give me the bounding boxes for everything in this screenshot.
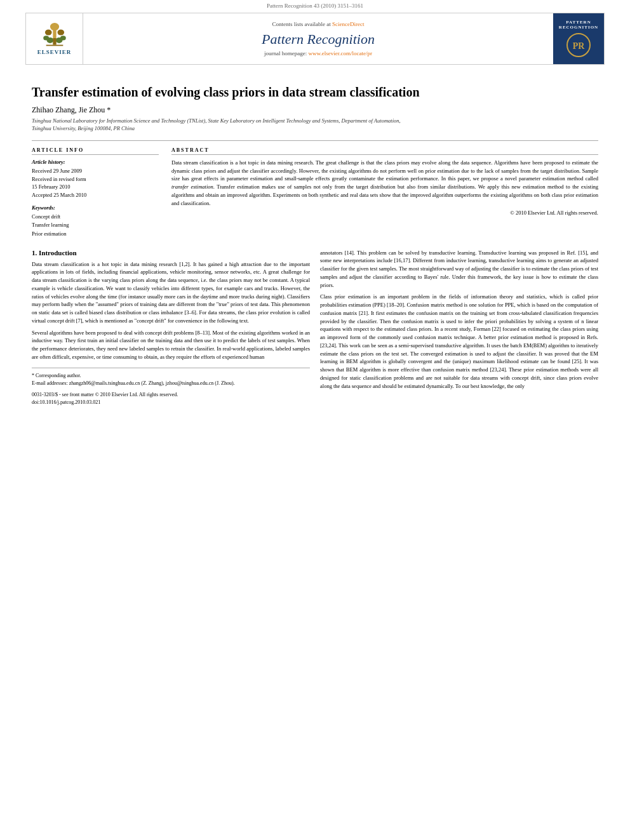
footnote-email-label: E-mail addresses: zhangzh06@mails.tsingh…	[32, 380, 310, 387]
elsevier-label: ELSEVIER	[37, 49, 72, 55]
intro-paragraph-1: Data stream classification is a hot topi…	[32, 260, 310, 325]
bottom-info: 0031-3203/$ - see front matter © 2010 El…	[32, 391, 310, 406]
copyright-line: © 2010 Elsevier Ltd. All rights reserved…	[171, 210, 598, 216]
history-received: Received 29 June 2009	[32, 167, 159, 175]
elsevier-logo-area: ELSEVIER	[26, 13, 83, 64]
authors: Zhihao Zhang, Jie Zhou *	[32, 105, 598, 115]
keyword-1: Concept drift	[32, 213, 159, 222]
journal-header-right: PATTERN RECOGNITION PR	[553, 13, 604, 64]
svg-rect-8	[53, 38, 56, 45]
history-revised-label: Received in revised form	[32, 175, 159, 183]
right-paragraph-2: Class prior estimation is an important p…	[320, 293, 598, 390]
abstract-heading: ABSTRACT	[171, 147, 598, 155]
pr-logo-box: PATTERN RECOGNITION PR	[559, 20, 598, 58]
pr-emblem-icon: PR	[566, 32, 591, 58]
history-accepted: Accepted 25 March 2010	[32, 191, 159, 199]
journal-homepage-line: journal homepage: www.elsevier.com/locat…	[264, 50, 372, 57]
journal-homepage-link[interactable]: www.elsevier.com/locate/pr	[309, 50, 372, 57]
history-revised-date: 15 February 2010	[32, 183, 159, 191]
article-info-col: ARTICLE INFO Article history: Received 2…	[32, 147, 159, 239]
keywords-label: Keywords:	[32, 204, 159, 211]
journal-title-header: Pattern Recognition	[262, 31, 375, 48]
svg-rect-1	[53, 30, 56, 37]
article-title: Transfer estimation of evolving class pr…	[32, 84, 598, 100]
article-meta-row: ARTICLE INFO Article history: Received 2…	[32, 147, 598, 239]
svg-point-7	[55, 37, 62, 43]
right-body-col: annotators [14]. This problem can be sol…	[320, 249, 598, 406]
left-body-col: 1. Introduction Data stream classificati…	[32, 249, 310, 406]
body-columns: 1. Introduction Data stream classificati…	[32, 249, 598, 406]
abstract-text: Data stream classification is a hot topi…	[171, 159, 598, 208]
article-info-heading: ARTICLE INFO	[32, 147, 159, 155]
svg-text:PR: PR	[573, 41, 586, 51]
keyword-3: Prior estimation	[32, 230, 159, 239]
abstract-col: ABSTRACT Data stream classification is a…	[171, 147, 598, 239]
main-content: Transfer estimation of evolving class pr…	[0, 67, 630, 413]
divider	[32, 140, 598, 141]
pr-title-small: PATTERN RECOGNITION	[559, 20, 598, 30]
intro-section-title: 1. Introduction	[32, 249, 310, 257]
article-history-label: Article history:	[32, 159, 159, 165]
elsevier-tree-icon	[39, 22, 70, 48]
svg-point-0	[50, 23, 58, 30]
sciencedirect-link[interactable]: ScienceDirect	[332, 21, 364, 27]
right-paragraph-1: annotators [14]. This problem can be sol…	[320, 249, 598, 290]
citation-text: Pattern Recognition 43 (2010) 3151–3161	[267, 3, 363, 9]
svg-point-2	[44, 30, 51, 36]
citation-bar: Pattern Recognition 43 (2010) 3151–3161	[0, 0, 630, 10]
journal-header: ELSEVIER Contents lists available at Sci…	[25, 13, 605, 65]
keyword-2: Transfer learning	[32, 221, 159, 230]
footnote-section: * Corresponding author. E-mail addresses…	[32, 368, 310, 387]
intro-paragraph-2: Several algorithms have been proposed to…	[32, 329, 310, 361]
journal-header-center: Contents lists available at ScienceDirec…	[83, 13, 553, 64]
elsevier-logo: ELSEVIER	[37, 22, 72, 55]
svg-point-3	[57, 30, 64, 36]
contents-line: Contents lists available at ScienceDirec…	[272, 21, 365, 27]
affiliation: Tsinghua National Laboratory for Informa…	[32, 117, 598, 133]
svg-point-6	[46, 37, 53, 43]
footnote-corresponding: * Corresponding author.	[32, 372, 310, 380]
